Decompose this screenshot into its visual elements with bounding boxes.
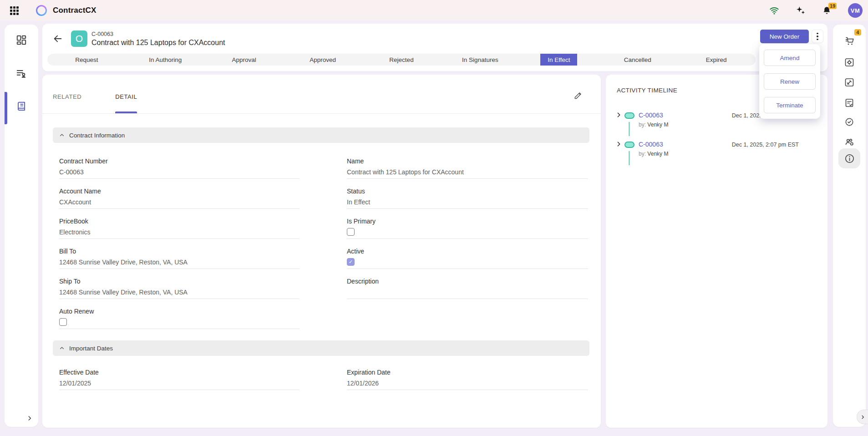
field-value: Electronics [59,228,299,236]
tab-bar: RELATED DETAIL [42,75,601,114]
field-label: Bill To [59,245,299,255]
user-avatar[interactable]: VM [848,3,863,18]
sidebar-expand-chevron-icon[interactable] [26,415,33,421]
expand-chevron-icon[interactable] [616,112,622,118]
field-value: Contract with 125 Laptops for CXAccount [347,168,588,176]
timeline-record-link[interactable]: C-00063 [639,141,663,148]
field-effective-date: Effective Date 12/01/2025 [59,366,299,396]
record-header-card: O C-00063 Contract with 125 Laptops for … [42,24,827,71]
field-label: Expiration Date [347,366,588,376]
is-primary-checkbox[interactable] [347,228,355,236]
timeline-marker-icon [624,142,635,148]
contracts-icon[interactable] [12,99,30,115]
record-type-icon: O [71,30,87,47]
notifications-bell-icon[interactable]: 19 [822,5,832,15]
tools-icon[interactable] [839,73,860,91]
field-label: PriceBook [59,215,299,225]
timeline-connector [629,122,630,136]
field-ship-to: Ship To 12468 Sunrise Valley Drive, Rest… [59,275,299,305]
settings-gear-icon[interactable] [839,53,860,71]
cart-count-badge: 4 [854,29,861,35]
accounts-list-icon[interactable] [12,66,30,82]
field-value: CXAccount [59,198,299,206]
timeline-timestamp: Dec 1, 2025, 2:07 pm EST [732,142,799,148]
cart-icon[interactable]: 4 [839,31,860,50]
pipeline-stage[interactable]: Rejected [362,54,441,66]
ai-sparkle-icon[interactable] [796,5,806,15]
wifi-icon [769,5,779,15]
pipeline-stage-active[interactable]: In Effect [519,54,598,66]
field-value: In Effect [347,198,588,206]
field-auto-renew: Auto Renew [59,305,299,335]
pipeline-stage[interactable]: Cancelled [598,54,677,66]
field-label: Ship To [59,275,299,285]
field-label: Is Primary [347,215,588,225]
right-utility-rail: 4 [833,25,866,427]
field-label: Account Name [59,185,299,195]
right-edge-expand-tab[interactable] [857,410,868,424]
status-pipeline: Request In Authoring Approval Approved R… [47,54,756,66]
section-important-dates[interactable]: Important Dates [53,340,589,356]
terminate-button[interactable]: Terminate [764,97,816,113]
apps-grid-icon[interactable] [10,6,19,15]
new-order-button[interactable]: New Order [760,30,809,43]
amend-button[interactable]: Amend [764,50,816,66]
field-label: Name [347,155,588,165]
more-actions-kebab-icon[interactable] [812,30,823,43]
activity-timeline-card: ACTIVITY TIMELINE C-00063 Dec 1, 2025, 2… [606,75,827,428]
add-team-icon[interactable] [839,132,860,151]
field-description: Description [347,275,588,305]
timeline-record-link[interactable]: C-00063 [639,112,663,119]
renew-button[interactable]: Renew [764,73,816,90]
timeline-connector [629,151,630,165]
pipeline-stage[interactable]: In Signatures [441,54,519,66]
section-title: Contract Information [69,132,125,139]
field-status: Status In Effect [347,185,588,215]
record-actions-menu: Amend Renew Terminate [759,44,820,119]
field-label: Status [347,185,588,195]
record-number: C-00063 [91,31,225,37]
timeline-author: by: Venky M [639,151,668,157]
tab-related[interactable]: RELATED [53,75,81,113]
selected-item-indicator [5,92,7,124]
active-checkbox[interactable] [347,258,355,266]
pipeline-stage[interactable]: In Authoring [126,54,205,66]
app-title: ContractCX [53,6,96,15]
auto-renew-checkbox[interactable] [59,318,67,326]
collapse-chevron-icon [59,132,65,138]
expand-chevron-icon[interactable] [616,141,622,147]
field-active: Active [347,245,588,275]
field-label: Contract Number [59,155,299,165]
edit-pencil-icon[interactable] [574,91,583,100]
timeline-marker-icon [624,112,635,119]
timeline-author: by: Venky M [639,122,668,128]
timeline-entry: C-00063 Dec 1, 2025, 2:07 pm EST by: Ven… [606,141,827,168]
pipeline-stage[interactable]: Approval [205,54,284,66]
field-contract-number: Contract Number C-00063 [59,155,299,185]
checklist-doc-icon[interactable] [839,94,860,112]
field-bill-to: Bill To 12468 Sunrise Valley Drive, Rest… [59,245,299,275]
back-arrow-icon[interactable] [53,34,63,44]
record-detail-card: RELATED DETAIL Contract Information Cont… [42,75,601,428]
activity-timeline-title: ACTIVITY TIMELINE [617,87,677,94]
dashboard-icon[interactable] [12,32,30,48]
field-value [347,289,588,296]
field-name: Name Contract with 125 Laptops for CXAcc… [347,155,588,185]
collapse-chevron-icon [59,345,65,351]
pipeline-stage[interactable]: Request [47,54,126,66]
section-title: Important Dates [69,345,113,352]
pipeline-stage[interactable]: Approved [284,54,362,66]
field-label: Active [347,245,588,255]
tab-detail[interactable]: DETAIL [115,75,137,113]
field-value: 12/01/2025 [59,380,299,387]
field-value: 12/01/2026 [347,380,588,387]
left-sidebar [5,25,38,427]
notification-count-badge: 19 [828,3,837,9]
record-title: Contract with 125 Laptops for CXAccount [91,39,225,47]
pipeline-stage[interactable]: Expired [677,54,756,66]
section-contract-information[interactable]: Contract Information [53,127,589,143]
field-is-primary: Is Primary [347,215,588,245]
field-value: 12468 Sunrise Valley Drive, Reston, VA, … [59,289,299,296]
approval-seal-icon[interactable] [839,113,860,131]
info-icon[interactable] [838,148,860,168]
